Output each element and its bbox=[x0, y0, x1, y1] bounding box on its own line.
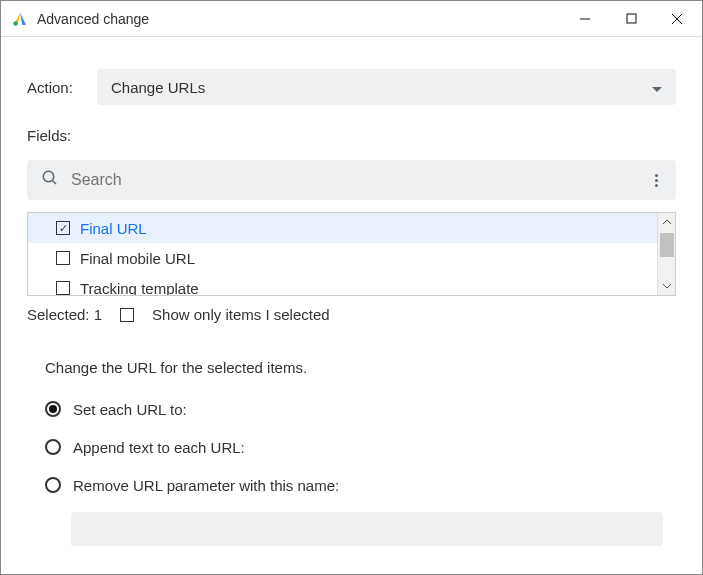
more-options-icon[interactable] bbox=[651, 170, 662, 191]
minimize-button[interactable] bbox=[562, 3, 608, 35]
list-item-label: Tracking template bbox=[80, 280, 199, 296]
checkbox[interactable] bbox=[120, 308, 134, 322]
selected-row: Selected: 1 Show only items I selected bbox=[27, 306, 676, 323]
svg-rect-2 bbox=[627, 14, 636, 23]
fields-listbox: Final URL Final mobile URL Tracking temp… bbox=[27, 212, 676, 296]
svg-point-5 bbox=[43, 171, 54, 182]
action-dropdown[interactable]: Change URLs bbox=[97, 69, 676, 105]
fields-list-items: Final URL Final mobile URL Tracking temp… bbox=[28, 213, 657, 295]
radio-button[interactable] bbox=[45, 439, 61, 455]
fields-label: Fields: bbox=[27, 127, 676, 144]
show-only-label: Show only items I selected bbox=[152, 306, 330, 323]
show-only-selected[interactable]: Show only items I selected bbox=[120, 306, 330, 323]
window-title: Advanced change bbox=[37, 11, 562, 27]
scroll-thumb[interactable] bbox=[660, 233, 674, 257]
scroll-up-icon[interactable] bbox=[658, 213, 675, 231]
radio-remove-param[interactable]: Remove URL parameter with this name: bbox=[45, 466, 676, 504]
scroll-down-icon[interactable] bbox=[658, 277, 675, 295]
radio-button[interactable] bbox=[45, 401, 61, 417]
titlebar: Advanced change bbox=[1, 1, 702, 37]
maximize-button[interactable] bbox=[608, 3, 654, 35]
instruction-text: Change the URL for the selected items. bbox=[45, 359, 676, 376]
search-input[interactable] bbox=[71, 171, 651, 189]
list-item[interactable]: Final mobile URL bbox=[28, 243, 657, 273]
search-bar bbox=[27, 160, 676, 200]
content: Action: Change URLs Fields: Final URL Fi… bbox=[1, 37, 702, 546]
radio-set-each[interactable]: Set each URL to: bbox=[45, 390, 676, 428]
window-controls bbox=[562, 3, 700, 35]
svg-point-0 bbox=[13, 21, 18, 26]
parameter-input[interactable] bbox=[71, 512, 663, 546]
checkbox[interactable] bbox=[56, 221, 70, 235]
checkbox[interactable] bbox=[56, 251, 70, 265]
action-dropdown-value: Change URLs bbox=[111, 79, 205, 96]
radio-append[interactable]: Append text to each URL: bbox=[45, 428, 676, 466]
close-button[interactable] bbox=[654, 3, 700, 35]
selected-count: Selected: 1 bbox=[27, 306, 102, 323]
caret-down-icon bbox=[652, 79, 662, 96]
search-icon bbox=[41, 169, 59, 191]
radio-label: Append text to each URL: bbox=[73, 439, 245, 456]
radio-group: Set each URL to: Append text to each URL… bbox=[45, 390, 676, 504]
action-label: Action: bbox=[27, 79, 97, 96]
radio-label: Remove URL parameter with this name: bbox=[73, 477, 339, 494]
list-item[interactable]: Tracking template bbox=[28, 273, 657, 295]
radio-button[interactable] bbox=[45, 477, 61, 493]
svg-line-6 bbox=[52, 180, 56, 184]
list-item-label: Final mobile URL bbox=[80, 250, 195, 267]
action-row: Action: Change URLs bbox=[27, 69, 676, 105]
list-item[interactable]: Final URL bbox=[28, 213, 657, 243]
list-item-label: Final URL bbox=[80, 220, 147, 237]
app-logo-icon bbox=[11, 10, 29, 28]
radio-label: Set each URL to: bbox=[73, 401, 187, 418]
checkbox[interactable] bbox=[56, 281, 70, 295]
scrollbar[interactable] bbox=[657, 213, 675, 295]
